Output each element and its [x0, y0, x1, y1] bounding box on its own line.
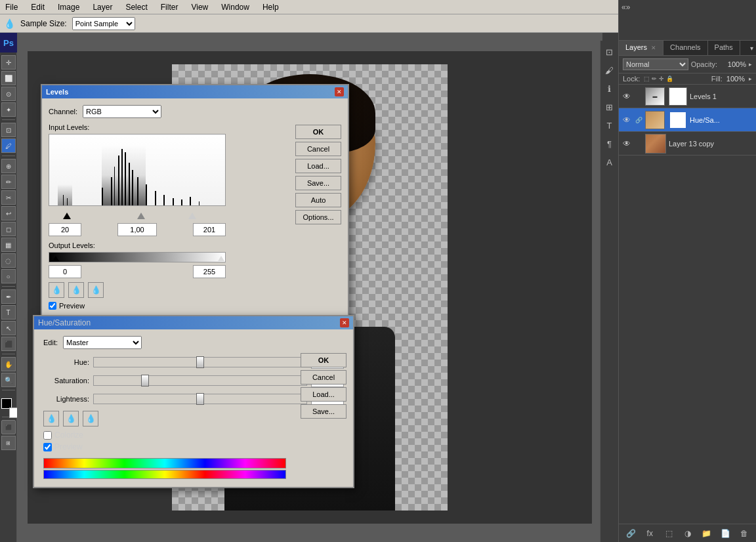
- menu-filter[interactable]: Filter: [158, 1, 181, 13]
- path-select-tool[interactable]: ↖: [1, 321, 16, 335]
- levels-auto-button[interactable]: Auto: [295, 193, 341, 207]
- add-mask-btn[interactable]: ⬚: [662, 527, 675, 540]
- lasso-tool[interactable]: ⊙: [1, 87, 16, 101]
- output-highlight-slider[interactable]: [218, 256, 224, 261]
- history-brush-tool[interactable]: ↩: [1, 206, 16, 220]
- lock-position-btn[interactable]: ✛: [659, 75, 664, 82]
- gray-point-eyedropper[interactable]: 💧: [68, 282, 84, 298]
- expand-arrows[interactable]: «»: [621, 3, 630, 12]
- saturation-slider-thumb[interactable]: [141, 375, 149, 386]
- char-styles-icon[interactable]: A: [602, 155, 617, 169]
- white-point-eyedropper[interactable]: 💧: [88, 282, 104, 298]
- output-min-field[interactable]: [49, 265, 81, 278]
- gradient-tool[interactable]: ▦: [1, 238, 16, 252]
- input-mid-field[interactable]: [117, 223, 157, 236]
- hand-tool[interactable]: ✋: [1, 357, 16, 371]
- huesat-cancel-button[interactable]: Cancel: [301, 370, 346, 385]
- layer-item-levels1[interactable]: 👁 ▬ Levels 1: [619, 85, 756, 108]
- levels-ok-button[interactable]: OK: [295, 125, 341, 139]
- levels-cancel-button[interactable]: Cancel: [295, 142, 341, 156]
- huesat-preview-checkbox[interactable]: [43, 443, 52, 451]
- layer-link-huesat[interactable]: 🔗: [635, 115, 642, 125]
- new-layer-btn[interactable]: 📄: [719, 527, 732, 540]
- menu-edit[interactable]: Edit: [28, 1, 47, 13]
- info-icon[interactable]: ℹ: [602, 81, 617, 96]
- marquee-tool[interactable]: ⬜: [1, 71, 16, 85]
- menu-select[interactable]: Select: [123, 1, 150, 13]
- dodge-tool[interactable]: ○: [1, 269, 16, 283]
- screen-mode-toggle[interactable]: ⊞: [1, 436, 16, 450]
- hue-slider-thumb[interactable]: [196, 356, 204, 368]
- menu-window[interactable]: Window: [219, 1, 252, 13]
- input-max-field[interactable]: [193, 223, 226, 236]
- layer-item-huesat[interactable]: 👁 🔗 Hue/Sa...: [619, 108, 756, 132]
- new-group-btn[interactable]: 📁: [700, 527, 713, 540]
- output-shadow-slider[interactable]: [52, 256, 59, 261]
- new-fill-layer-btn[interactable]: ◑: [681, 527, 694, 540]
- levels-preview-checkbox[interactable]: [49, 302, 56, 310]
- zoom-tool[interactable]: 🔍: [1, 373, 16, 387]
- pen-tool[interactable]: ✒: [1, 289, 16, 304]
- menu-help[interactable]: Help: [260, 1, 282, 13]
- tab-layers[interactable]: Layers ✕: [619, 41, 663, 55]
- menu-image[interactable]: Image: [55, 1, 82, 13]
- brush-tool[interactable]: ✏: [1, 175, 16, 189]
- levels-save-button[interactable]: Save...: [295, 176, 341, 190]
- tab-channels[interactable]: Channels: [663, 41, 707, 55]
- input-highlight-slider[interactable]: [188, 213, 196, 219]
- menu-file[interactable]: File: [3, 1, 20, 13]
- sample-size-select[interactable]: Point Sample 3 by 3 Average 5 by 5 Avera…: [72, 17, 135, 30]
- huesat-ok-button[interactable]: OK: [301, 353, 346, 367]
- hue-slider-track[interactable]: [93, 357, 307, 367]
- quick-mask-toggle[interactable]: ⬛: [1, 420, 16, 434]
- layer-eye-huesat[interactable]: 👁: [621, 115, 632, 125]
- brushes-icon[interactable]: 🖌: [602, 63, 617, 77]
- lock-transparent-btn[interactable]: ⬚: [644, 75, 650, 82]
- lock-all-btn[interactable]: 🔒: [666, 75, 673, 82]
- add-style-btn[interactable]: fx: [643, 527, 656, 540]
- link-layers-btn[interactable]: 🔗: [624, 527, 637, 540]
- clone-tool[interactable]: ✂: [1, 190, 16, 205]
- blend-mode-select[interactable]: Normal Multiply Screen: [623, 58, 688, 70]
- input-shadow-slider[interactable]: [63, 213, 71, 219]
- crop-tool[interactable]: ⊡: [1, 123, 16, 137]
- layer-eye-layer13[interactable]: 👁: [621, 138, 632, 149]
- layer-item-layer13[interactable]: 👁 Layer 13 copy: [619, 132, 756, 156]
- healing-tool[interactable]: ⊕: [1, 159, 16, 173]
- blur-tool[interactable]: ◌: [1, 253, 16, 268]
- input-mid-slider[interactable]: [137, 213, 145, 219]
- tab-layers-close[interactable]: ✕: [651, 45, 656, 51]
- menu-layer[interactable]: Layer: [90, 1, 115, 13]
- eyedropper-tool[interactable]: 🖊: [1, 138, 16, 153]
- huesat-close-button[interactable]: ✕: [340, 318, 349, 327]
- delete-layer-btn[interactable]: 🗑: [738, 527, 751, 540]
- levels-channel-select[interactable]: RGB Red Green Blue: [83, 105, 161, 118]
- huesat-save-button[interactable]: Save...: [301, 404, 346, 419]
- panel-menu-icon[interactable]: ▾: [747, 41, 756, 55]
- magic-wand-tool[interactable]: ✦: [1, 102, 16, 117]
- shape-tool[interactable]: ⬛: [1, 337, 16, 351]
- move-tool[interactable]: ✛: [1, 55, 16, 70]
- lightness-slider-thumb[interactable]: [196, 393, 204, 405]
- fill-arrow[interactable]: ▸: [749, 75, 752, 82]
- huesat-edit-select[interactable]: Master Reds Yellows Greens Cyans Blues M…: [63, 336, 142, 349]
- text-tool[interactable]: T: [1, 305, 16, 320]
- layer-eye-levels1[interactable]: 👁: [621, 91, 632, 102]
- paragraph-icon[interactable]: ¶: [602, 136, 617, 151]
- nav-icon[interactable]: ⊞: [602, 100, 617, 114]
- menu-view[interactable]: View: [188, 1, 211, 13]
- huesat-eyedropper1[interactable]: 💧: [43, 411, 59, 427]
- opacity-arrow[interactable]: ▸: [749, 61, 752, 68]
- output-max-field[interactable]: [193, 265, 226, 278]
- black-point-eyedropper[interactable]: 💧: [49, 282, 64, 298]
- levels-load-button[interactable]: Load...: [295, 159, 341, 173]
- text-icon[interactable]: T: [602, 118, 617, 133]
- layer-comp-icon[interactable]: ⊡: [602, 45, 617, 59]
- saturation-slider-track[interactable]: [93, 375, 307, 386]
- huesat-eyedropper3[interactable]: 💧: [83, 411, 98, 427]
- eraser-tool[interactable]: ◻: [1, 222, 16, 236]
- colorize-checkbox[interactable]: [43, 431, 52, 440]
- input-min-field[interactable]: [49, 223, 81, 236]
- levels-options-button[interactable]: Options...: [295, 210, 341, 224]
- huesat-eyedropper2[interactable]: 💧: [63, 411, 79, 427]
